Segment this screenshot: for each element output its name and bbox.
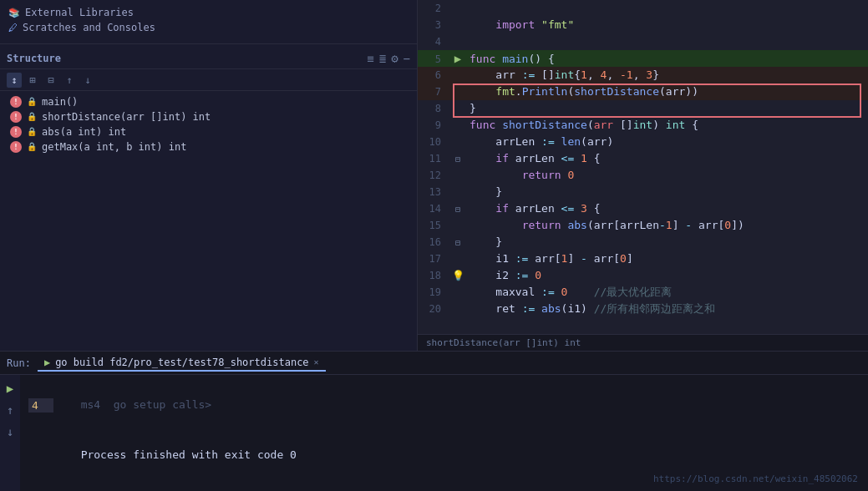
line-content-11: if arrLen <= 1 { — [466, 150, 868, 167]
line-num-18: 18 — [418, 267, 449, 284]
code-line-3: 3 import "fmt" — [418, 17, 868, 33]
error-icon-main: ! — [10, 96, 22, 108]
code-line-8: 8 } — [418, 100, 868, 117]
line-num-8: 8 — [418, 100, 449, 117]
code-line-11: 11 ⊟ if arrLen <= 1 { — [418, 150, 868, 167]
error-icon-abs: ! — [10, 126, 22, 138]
watermark: https://blog.csdn.net/weixin_48502062 — [653, 473, 858, 484]
scratches-label: Scratches and Consoles — [23, 22, 155, 33]
toolbar-btn-3[interactable]: ⊟ — [43, 73, 58, 88]
line-content-5: func main() { — [466, 51, 868, 68]
line-num-16: 16 — [418, 234, 449, 251]
run-sidebar: ▶ ↑ ↓ — [0, 375, 20, 491]
output-line-1: ms4 go setup calls> — [28, 380, 860, 397]
sidebar-top: 📚 External Libraries 🖊 Scratches and Con… — [0, 0, 417, 40]
sidebar-item-external-libraries[interactable]: 📚 External Libraries — [0, 5, 417, 20]
toolbar-btn-2[interactable]: ⊞ — [25, 73, 40, 88]
line-content-6: arr := []int{1, 4, -1, 3} — [466, 67, 868, 84]
ext-lib-label: External Libraries — [25, 7, 134, 18]
warn-icon-18: 💡 — [449, 267, 466, 284]
line-num-6: 6 — [418, 67, 449, 84]
tab-close-icon[interactable]: ✕ — [314, 357, 319, 367]
line-num-10: 10 — [418, 134, 449, 150]
line-content-8: } — [466, 100, 868, 117]
structure-items: ! 🔒 main() ! 🔒 shortDistance(arr []int) … — [0, 91, 417, 351]
editor-area: 2 3 import "fmt" 4 5 ▶ func main() { — [418, 0, 868, 351]
run-btn[interactable]: ▶ — [2, 380, 18, 397]
run-label: Run: — [7, 357, 31, 369]
code-line-20: 20 ret := abs(i1) //所有相邻两边距离之和 — [418, 301, 868, 317]
line-num-15: 15 — [418, 217, 449, 234]
line-content-16: } — [466, 234, 868, 251]
sidebar-item-scratches[interactable]: 🖊 Scratches and Consoles — [0, 20, 417, 35]
editor-content[interactable]: 2 3 import "fmt" 4 5 ▶ func main() { — [418, 0, 868, 334]
bottom-tabs: Run: ▶ go build fd2/pro_test/test78_shor… — [0, 352, 868, 375]
structure-title: Structure — [7, 53, 61, 64]
line-num-7: 7 — [418, 84, 449, 100]
line-content-18: i2 := 0 — [466, 267, 868, 284]
code-line-15: 15 return abs(arr[arrLen-1] - arr[0]) — [418, 217, 868, 234]
left-panel: 📚 External Libraries 🖊 Scratches and Con… — [0, 0, 418, 351]
toolbar-btn-4[interactable]: ↑ — [62, 73, 77, 88]
scratches-icon: 🖊 — [8, 23, 18, 33]
lock-icon-abs: 🔒 — [27, 127, 37, 137]
debug-arrow-5: ▶ — [449, 50, 466, 67]
run-prompt: ms4 go setup calls> — [81, 398, 212, 411]
code-lines: 2 3 import "fmt" 4 5 ▶ func main() { — [418, 0, 868, 334]
scroll-down-btn[interactable]: ↓ — [2, 423, 18, 440]
collapse-14[interactable]: ⊟ — [449, 201, 466, 218]
line-num-14: 14 — [418, 200, 449, 217]
structure-header: Structure ≡ ≣ ⚙ − — [0, 48, 417, 69]
toolbar-btn-5[interactable]: ↓ — [80, 73, 95, 88]
close-structure-icon[interactable]: − — [404, 52, 410, 65]
structure-header-actions: ≡ ≣ ⚙ − — [367, 52, 410, 65]
run-input[interactable] — [28, 398, 53, 413]
run-tab-icon: ▶ — [44, 357, 50, 368]
line-num-4: 4 — [418, 33, 449, 50]
scroll-up-btn[interactable]: ↑ — [2, 402, 18, 418]
struct-abs-label: abs(a int) int — [42, 126, 126, 138]
sort-alpha-icon[interactable]: ≡ — [367, 52, 373, 65]
error-icon-getmax: ! — [10, 141, 22, 153]
line-content-17: i1 := arr[1] - arr[0] — [466, 251, 868, 267]
toolbar-btn-1[interactable]: ↕ — [7, 73, 22, 88]
status-function: shortDistance(arr []int) int — [426, 337, 581, 348]
collapse-11[interactable]: ⊟ — [449, 151, 466, 168]
struct-item-shortdistance[interactable]: ! 🔒 shortDistance(arr []int) int — [0, 109, 417, 124]
settings-icon[interactable]: ⚙ — [391, 52, 398, 65]
bottom-panel: Run: ▶ go build fd2/pro_test/test78_shor… — [0, 351, 868, 491]
code-line-4: 4 — [418, 33, 868, 50]
divider — [0, 43, 417, 44]
struct-main-label: main() — [42, 96, 78, 108]
lock-icon-getmax: 🔒 — [27, 142, 37, 152]
output-line-exit: Process finished with exit code 0 — [28, 430, 860, 447]
line-content-9: func shortDistance(arr []int) int { — [466, 117, 868, 134]
code-line-19: 19 maxval := 0 //最大优化距离 — [418, 284, 868, 301]
line-content-13: } — [466, 184, 868, 200]
structure-toolbar: ↕ ⊞ ⊟ ↑ ↓ — [0, 69, 417, 91]
run-tab[interactable]: ▶ go build fd2/pro_test/test78_shortdist… — [38, 355, 326, 372]
sort-hier-icon[interactable]: ≣ — [379, 52, 386, 65]
line-content-12: return 0 — [466, 167, 868, 184]
struct-item-getmax[interactable]: ! 🔒 getMax(a int, b int) int — [0, 139, 417, 154]
code-line-6: 6 arr := []int{1, 4, -1, 3} — [418, 67, 868, 84]
collapse-16[interactable]: ⊟ — [449, 235, 466, 251]
struct-item-abs[interactable]: ! 🔒 abs(a int) int — [0, 124, 417, 139]
line-content-10: arrLen := len(arr) — [466, 134, 868, 150]
line-num-12: 12 — [418, 167, 449, 184]
editor-status: shortDistance(arr []int) int — [418, 334, 868, 351]
exit-code-text: Process finished with exit code 0 — [81, 448, 297, 461]
error-icon-short: ! — [10, 111, 22, 123]
line-num-9: 9 — [418, 117, 449, 134]
code-line-10: 10 arrLen := len(arr) — [418, 134, 868, 150]
code-line-18: 18 💡 i2 := 0 — [418, 267, 868, 284]
line-num-17: 17 — [418, 251, 449, 267]
line-content-20: ret := abs(i1) //所有相邻两边距离之和 — [466, 301, 868, 317]
struct-item-main[interactable]: ! 🔒 main() — [0, 94, 417, 109]
struct-shortdistance-label: shortDistance(arr []int) int — [42, 111, 211, 123]
line-content-15: return abs(arr[arrLen-1] - arr[0]) — [466, 217, 868, 234]
lock-icon-main: 🔒 — [27, 97, 37, 107]
code-line-9: 9 func shortDistance(arr []int) int { — [418, 117, 868, 134]
code-line-13: 13 } — [418, 184, 868, 200]
lock-icon-short: 🔒 — [27, 112, 37, 122]
